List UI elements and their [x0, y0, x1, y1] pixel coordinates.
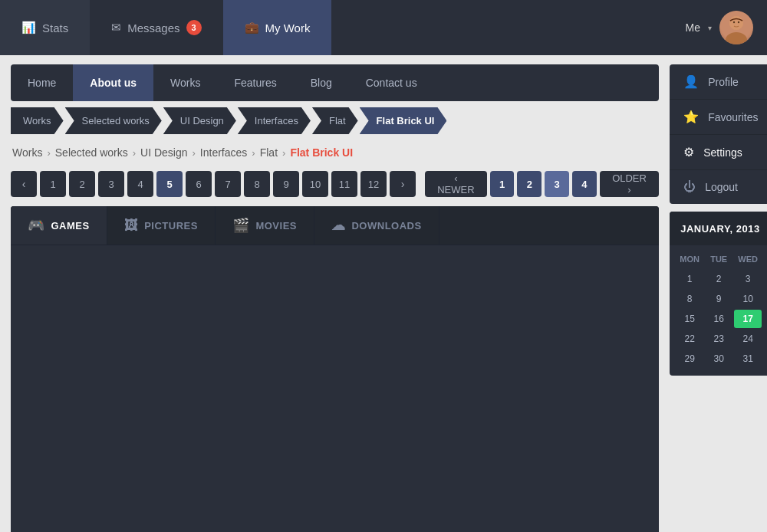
page-3[interactable]: 3	[98, 171, 124, 197]
profile-icon: 👤	[683, 74, 699, 89]
cal-day-18[interactable]: 18	[763, 310, 767, 328]
bc-sep2: ›	[133, 147, 136, 159]
cal-day-23[interactable]: 23	[705, 330, 732, 348]
star-icon: ⭐	[683, 110, 699, 124]
pagination-row: ‹ 1 2 3 4 5 6 7 8 9 10 11 12 › ‹ NEWER 1…	[11, 171, 659, 197]
main-area: Home About us Works Features Blog Contac…	[0, 55, 767, 532]
cal-day-1[interactable]: 1	[676, 270, 703, 288]
nav-aboutus[interactable]: About us	[73, 64, 153, 101]
page-9[interactable]: 9	[273, 171, 299, 197]
day-wed: WED	[734, 251, 762, 267]
bc-flat[interactable]: Flat	[260, 146, 278, 159]
content-panel: 🎮 GAMES 🖼 PICTURES 🎬 MOVIES ☁ DOWNLOADS	[11, 206, 659, 532]
cal-day-8[interactable]: 8	[676, 290, 703, 308]
no-page-1[interactable]: 1	[490, 171, 515, 197]
page-7[interactable]: 7	[215, 171, 241, 197]
tab-games[interactable]: 🎮 GAMES	[11, 206, 107, 245]
stats-icon: 📊	[21, 21, 36, 34]
arrow-uidesign[interactable]: UI Design	[163, 107, 236, 134]
messages-tab[interactable]: ✉ Messages 3	[90, 0, 222, 55]
tab-downloads[interactable]: ☁ DOWNLOADS	[314, 206, 439, 245]
dropdown-settings[interactable]: ⚙ Settings	[670, 135, 767, 170]
arrow-selectedworks[interactable]: Selected works	[65, 107, 162, 134]
user-name: Me	[686, 21, 700, 34]
nav-works[interactable]: Works	[153, 64, 217, 101]
page-10[interactable]: 10	[302, 171, 328, 197]
cal-week-3: 15 16 17 18 19 20 21	[676, 310, 767, 328]
stats-tab[interactable]: 📊 Stats	[0, 0, 90, 55]
mywork-tab[interactable]: 💼 My Work	[223, 0, 332, 55]
user-dropdown: 👤 Profile ⭐ Favourites ⚙ Settings ⏻ Logo…	[670, 64, 767, 204]
messages-label: Messages	[127, 21, 179, 34]
dropdown-favourites[interactable]: ⭐ Favourites	[670, 100, 767, 135]
gear-icon: ⚙	[683, 145, 694, 159]
arrow-flatbrickui[interactable]: Flat Brick UI	[360, 107, 447, 134]
nav-blog[interactable]: Blog	[294, 64, 349, 101]
cal-day-4[interactable]: 4	[763, 270, 767, 288]
dropdown-logout[interactable]: ⏻ Logout	[670, 170, 767, 204]
cal-day-25[interactable]: 25	[763, 330, 767, 348]
mywork-label: My Work	[265, 21, 311, 34]
cal-day-11[interactable]: 11	[763, 290, 767, 308]
mywork-icon: 💼	[245, 21, 259, 34]
no-page-4[interactable]: 4	[572, 171, 597, 197]
cal-day-31[interactable]: 31	[734, 350, 762, 368]
bc-uidesign[interactable]: UI Design	[140, 146, 187, 159]
content-tabs: 🎮 GAMES 🖼 PICTURES 🎬 MOVIES ☁ DOWNLOADS	[11, 206, 659, 245]
bc-selectedworks[interactable]: Selected works	[55, 146, 128, 159]
tab-movies-label: MOVIES	[255, 220, 297, 232]
dropdown-profile[interactable]: 👤 Profile	[670, 64, 767, 100]
avatar[interactable]	[719, 11, 753, 44]
calendar-grid: MON TUE WED THU FRI SAT SUN 1 2 3 4 5 6 …	[670, 245, 767, 376]
nav-features[interactable]: Features	[217, 64, 293, 101]
cal-day-10[interactable]: 10	[734, 290, 762, 308]
calendar-day-names: MON TUE WED THU FRI SAT SUN	[676, 251, 767, 267]
nav-home[interactable]: Home	[11, 64, 73, 101]
cal-day-30[interactable]: 30	[705, 350, 732, 368]
power-icon: ⏻	[683, 180, 696, 194]
cal-week-5: 29 30 31 1 2 3 4	[676, 350, 767, 368]
bc-interfaces[interactable]: Interfaces	[200, 146, 247, 159]
page-8[interactable]: 8	[244, 171, 270, 197]
arrow-works[interactable]: Works	[11, 107, 64, 134]
page-5[interactable]: 5	[156, 171, 183, 197]
page-12[interactable]: 12	[360, 171, 387, 197]
page-2[interactable]: 2	[69, 171, 95, 197]
tab-movies[interactable]: 🎬 MOVIES	[216, 206, 314, 245]
cal-day-29[interactable]: 29	[676, 350, 703, 368]
cal-day-17[interactable]: 17	[734, 310, 762, 328]
bc-works[interactable]: Works	[12, 146, 42, 159]
svg-point-2	[729, 16, 743, 30]
tab-pictures[interactable]: 🖼 PICTURES	[107, 206, 216, 245]
bc-sep1: ›	[47, 147, 50, 159]
cal-day-3[interactable]: 3	[734, 270, 762, 288]
cal-day-24[interactable]: 24	[734, 330, 762, 348]
page-11[interactable]: 11	[331, 171, 357, 197]
page-prev-btn[interactable]: ‹	[11, 171, 37, 197]
cal-day-16[interactable]: 16	[705, 310, 732, 328]
day-thu: THU	[763, 251, 767, 267]
user-menu-trigger[interactable]: Me ▾	[686, 0, 767, 55]
cal-day-2[interactable]: 2	[705, 270, 732, 288]
top-bar: 📊 Stats ✉ Messages 3 💼 My Work Me ▾	[0, 0, 767, 55]
no-page-3[interactable]: 3	[545, 171, 569, 197]
no-page-2[interactable]: 2	[517, 171, 542, 197]
older-btn[interactable]: OLDER ›	[600, 171, 659, 197]
arrow-flat[interactable]: Flat	[312, 107, 358, 134]
page-1[interactable]: 1	[40, 171, 66, 197]
cal-day-15[interactable]: 15	[676, 310, 703, 328]
main-nav: Home About us Works Features Blog Contac…	[11, 64, 659, 101]
newer-btn[interactable]: ‹ NEWER	[425, 171, 487, 197]
dropdown-profile-label: Profile	[708, 76, 739, 88]
page-6[interactable]: 6	[186, 171, 212, 197]
cal-day-22[interactable]: 22	[676, 330, 703, 348]
page-next-btn[interactable]: ›	[390, 171, 416, 197]
dropdown-settings-label: Settings	[703, 146, 742, 159]
day-tue: TUE	[705, 251, 732, 267]
page-4[interactable]: 4	[127, 171, 153, 197]
right-column: 👤 Profile ⭐ Favourites ⚙ Settings ⏻ Logo…	[670, 64, 767, 532]
svg-point-4	[738, 21, 739, 23]
nav-contactus[interactable]: Contact us	[349, 64, 434, 101]
cal-day-9[interactable]: 9	[705, 290, 732, 308]
arrow-interfaces[interactable]: Interfaces	[238, 107, 311, 134]
